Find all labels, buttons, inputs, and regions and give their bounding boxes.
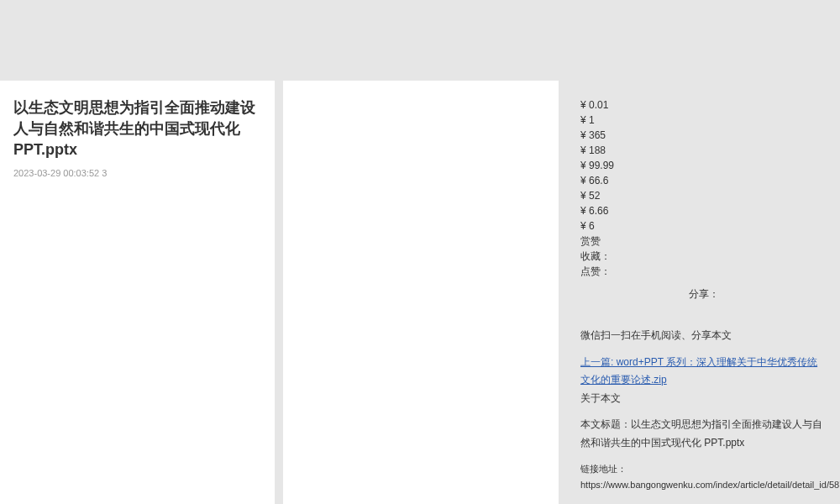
article-title: 以生态文明思想为指引全面推动建设人与自然和谐共生的中国式现代化 PPT.pptx (13, 97, 261, 161)
price-item[interactable]: ¥ 99.99 (580, 158, 827, 173)
price-list: ¥ 0.01 ¥ 1 ¥ 365 ¥ 188 ¥ 99.99 ¥ 66.6 ¥ … (580, 97, 827, 279)
reward-action[interactable]: 赏赞 (580, 234, 827, 249)
link-url: https://www.bangongwenku.com/index/artic… (580, 480, 840, 490)
prev-article-link[interactable]: 上一篇: word+PPT 系列：深入理解关于中华优秀传统文化的重要论述.zip (580, 356, 817, 386)
price-item[interactable]: ¥ 365 (580, 128, 827, 143)
price-item[interactable]: ¥ 1 (580, 113, 827, 128)
price-item[interactable]: ¥ 66.6 (580, 173, 827, 188)
likes-label: 点赞： (580, 264, 827, 279)
price-item[interactable]: ¥ 0.01 (580, 97, 827, 113)
about-label: 关于本文 (580, 390, 827, 408)
mid-column: 如果喜欢本篇内容，请赞赏鼓励哦！ 赏 尚未有人赏赞，赶紧来一个吧 查看更多>> … (283, 81, 559, 504)
topic-label: 本文标题： (580, 418, 631, 430)
wechat-scan-tip: 微信扫一扫在手机阅读、分享本文 (580, 327, 827, 345)
left-column: 以生态文明思想为指引全面推动建设人与自然和谐共生的中国式现代化 PPT.pptx… (0, 81, 275, 504)
share-label: 分享： (580, 287, 827, 302)
price-item[interactable]: ¥ 6.66 (580, 203, 827, 218)
right-column: ¥ 0.01 ¥ 1 ¥ 365 ¥ 188 ¥ 99.99 ¥ 66.6 ¥ … (567, 81, 840, 504)
article-meta: 2023-03-29 00:03:52 3 (13, 168, 261, 178)
link-label: 链接地址： (580, 464, 627, 474)
price-item[interactable]: ¥ 6 (580, 218, 827, 234)
price-item[interactable]: ¥ 188 (580, 143, 827, 158)
top-banner-space (0, 0, 840, 81)
favorite-label: 收藏： (580, 249, 827, 264)
price-item[interactable]: ¥ 52 (580, 188, 827, 203)
